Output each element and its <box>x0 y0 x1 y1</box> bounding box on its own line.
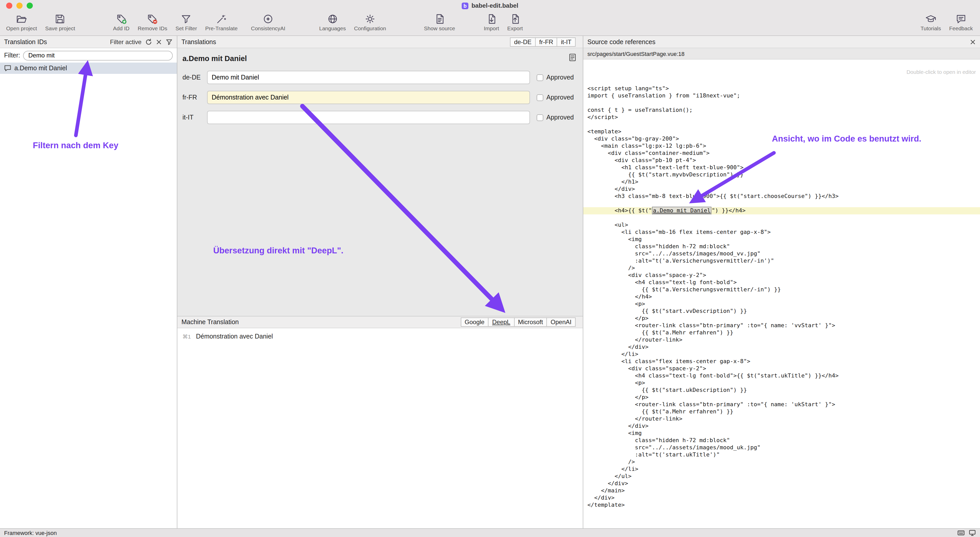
toolbar-consistency-ai-button[interactable]: ConsistencyAI <box>247 13 290 31</box>
translation-id-item[interactable]: a.Demo mit Daniel <box>0 62 177 74</box>
refresh-icon[interactable] <box>145 38 152 45</box>
lang-tab-it-IT[interactable]: it-IT <box>557 37 576 46</box>
code-line: /> <box>583 265 980 272</box>
magic-wand-icon <box>216 13 227 25</box>
code-area[interactable]: Double-click to open in editor <script s… <box>583 59 980 528</box>
code-line: class="hidden h-72 md:block" <box>583 437 980 444</box>
language-label: fr-FR <box>183 94 207 101</box>
code-line: <img <box>583 236 980 243</box>
entry-title: a.Demo mit Daniel <box>183 54 578 62</box>
highlighted-translation-key[interactable]: a.Demo mit Daniel <box>652 207 712 214</box>
monitor-icon[interactable] <box>969 529 976 537</box>
code-line: <img <box>583 430 980 437</box>
toolbar-label: Configuration <box>354 25 386 31</box>
translation-row-de-DE: de-DE Approved <box>183 71 578 84</box>
minimize-window-button[interactable] <box>16 3 22 9</box>
toolbar-import-button[interactable]: Import <box>480 13 503 31</box>
code-line <box>583 214 980 221</box>
filter-input[interactable] <box>23 51 173 60</box>
code-line: </ul> <box>583 473 980 480</box>
provider-tab-openai[interactable]: OpenAI <box>547 317 576 327</box>
code-line: </li> <box>583 351 980 358</box>
code-line: <template> <box>583 128 980 135</box>
filter-label: Filter: <box>4 52 20 59</box>
code-line: </div> <box>583 494 980 502</box>
code-line: {{ $t("a.Mehr erfahren") }} <box>583 408 980 416</box>
traffic-lights <box>6 3 33 9</box>
code-line: </div> <box>583 344 980 351</box>
toolbar-label: Show source <box>424 25 455 31</box>
keyboard-icon[interactable] <box>958 529 965 537</box>
approved-checkbox-de-DE[interactable] <box>537 74 543 81</box>
translation-input-de-DE[interactable] <box>207 71 530 84</box>
translations-content: a.Demo mit Daniel de-DE Approved fr-FR <box>177 48 583 316</box>
toolbar-save-project-button[interactable]: Save project <box>41 13 79 31</box>
translation-input-it-IT[interactable] <box>207 111 530 124</box>
language-label: de-DE <box>183 74 207 81</box>
code-line: </div> <box>583 480 980 487</box>
source-file-reference: src/pages/start/GuestStartPage.vue:18 <box>587 51 684 57</box>
approved-group: Approved <box>537 74 574 81</box>
close-window-button[interactable] <box>6 3 12 9</box>
code-line: <p> <box>583 379 980 387</box>
code-line: </li> <box>583 466 980 473</box>
globe-icon <box>327 13 338 25</box>
provider-tab-microsoft[interactable]: Microsoft <box>514 317 547 327</box>
code-line: </template> <box>583 502 980 509</box>
open-folder-icon <box>16 13 27 25</box>
gear-icon <box>364 13 376 25</box>
code-line: </router-link> <box>583 336 980 344</box>
toolbar-label: Open project <box>6 25 37 31</box>
code-line: </p> <box>583 394 980 401</box>
toolbar-set-filter-button[interactable]: Set Filter <box>172 13 201 31</box>
close-panel-icon[interactable] <box>970 39 976 45</box>
code-line: /> <box>583 459 980 466</box>
translation-input-fr-FR[interactable] <box>207 91 530 104</box>
language-label: it-IT <box>183 114 207 121</box>
provider-tab-deepl[interactable]: DeepL <box>488 317 514 327</box>
filter-icon[interactable] <box>165 38 173 45</box>
code-line: <div class="bg-gray-200"> <box>583 135 980 143</box>
add-tag-icon <box>116 13 127 25</box>
lang-tab-fr-FR[interactable]: fr-FR <box>535 37 557 46</box>
code-line: {{ $t("start.vvDescription") }} <box>583 308 980 315</box>
approved-checkbox-it-IT[interactable] <box>537 114 543 121</box>
machine-translation-header: Machine Translation Google DeepL Microso… <box>177 316 583 328</box>
source-file-bar[interactable]: src/pages/start/GuestStartPage.vue:18 <box>583 48 980 59</box>
source-references-header: Source code references <box>583 36 980 48</box>
zoom-window-button[interactable] <box>27 3 33 9</box>
code-line: <h1 class="text-left text-blue-900"> <box>583 164 980 171</box>
toolbar-open-project-button[interactable]: Open project <box>2 13 41 31</box>
toolbar-export-button[interactable]: Export <box>503 13 527 31</box>
toolbar-label: Add ID <box>113 25 129 31</box>
window-title: babel-edit.babel <box>471 2 519 9</box>
toolbar-tutorials-button[interactable]: Tutorials <box>916 13 945 31</box>
toolbar: Open project Save project Add ID Remove … <box>0 11 980 36</box>
toolbar-feedback-button[interactable]: Feedback <box>945 13 977 31</box>
code-line <box>583 200 980 207</box>
translation-row-fr-FR: fr-FR Approved <box>183 91 578 104</box>
provider-tab-google[interactable]: Google <box>461 317 488 327</box>
lang-tab-de-DE[interactable]: de-DE <box>510 37 536 46</box>
note-icon[interactable] <box>568 53 577 62</box>
remove-tag-icon <box>147 13 158 25</box>
toolbar-languages-button[interactable]: Languages <box>315 13 350 31</box>
source-document-icon <box>434 13 445 25</box>
toolbar-show-source-button[interactable]: Show source <box>420 13 459 31</box>
machine-translation-result-row[interactable]: ⌘1 Démonstration avec Daniel <box>183 333 578 340</box>
code-line: :alt="t('start.ukTitle')" <box>583 451 980 459</box>
code-line: <li class="mb-16 flex items-center gap-x… <box>583 229 980 236</box>
approved-group: Approved <box>537 94 574 101</box>
graduation-cap-icon <box>925 13 936 25</box>
toolbar-configuration-button[interactable]: Configuration <box>350 13 390 31</box>
code-line: <div class="container-medium"> <box>583 150 980 157</box>
toolbar-add-id-button[interactable]: Add ID <box>109 13 134 31</box>
toolbar-label: ConsistencyAI <box>251 25 285 31</box>
toolbar-remove-ids-button[interactable]: Remove IDs <box>134 13 172 31</box>
translations-panel: Translations de-DE fr-FR it-IT a.Demo mi… <box>177 36 583 528</box>
code-line: </p> <box>583 315 980 322</box>
toolbar-label: Save project <box>45 25 75 31</box>
toolbar-pre-translate-button[interactable]: Pre-Translate <box>201 13 242 31</box>
clear-filter-icon[interactable] <box>156 39 162 45</box>
approved-checkbox-fr-FR[interactable] <box>537 94 543 101</box>
